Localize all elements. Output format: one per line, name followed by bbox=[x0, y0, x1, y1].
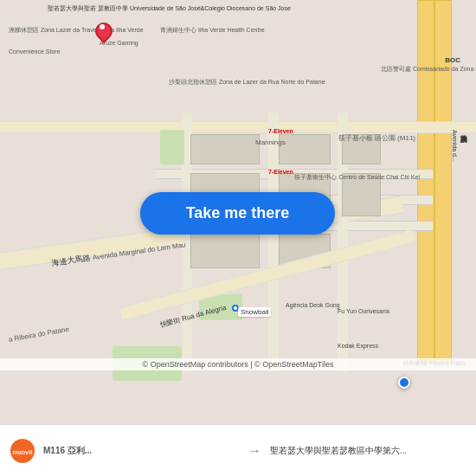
right-yellow-road2 bbox=[434, 0, 452, 363]
moovit-logo: moovit bbox=[10, 439, 35, 463]
road-right-label: 雅廉訪大馬路 Avenida d... bbox=[452, 130, 467, 162]
boc-label: BOC bbox=[445, 56, 460, 64]
chapas-label: 筷子基小板 區公園 (M11) bbox=[338, 134, 415, 143]
road-top-horizontal bbox=[0, 121, 476, 133]
bottom-to-text: 聖若瑟大學與聖若瑟教區中學第六... bbox=[270, 445, 466, 457]
snowball-label: Snowball bbox=[238, 307, 271, 317]
bottom-bar: moovit M116 亞利... → 聖若瑟大學與聖若瑟教區中學第六... bbox=[0, 424, 476, 476]
university-label: 聖若瑟大學與聖若 瑟教區中學 Universidade de São José&… bbox=[48, 4, 134, 12]
green-1 bbox=[160, 130, 184, 164]
convenience-label: Convenience Store bbox=[9, 48, 61, 55]
take-me-there-button[interactable]: Take me there bbox=[140, 192, 335, 235]
saude-label: 筷子基衛生中心 Centro de Saúde Chai Chi Kei bbox=[294, 173, 420, 181]
7eleven-2: 7-Eleven bbox=[268, 169, 293, 175]
fuyun-label: Fu Yun Ourivesaria bbox=[338, 307, 389, 315]
norte-comissariado-label: 北區警司處 Comissariado da Zona Norte bbox=[381, 65, 467, 73]
zona-lazer2-label: 洲梯休憩區 Zona Lazer da Travessa da Ilha Ver… bbox=[9, 26, 144, 34]
7eleven-1: 7-Eleven bbox=[268, 128, 293, 134]
map-container[interactable]: 海邊大馬路 Avenida Marginal do Lam Mau 快樂街 Ru… bbox=[0, 0, 476, 424]
bottom-from-text: M116 亞利... bbox=[43, 445, 239, 457]
bldg-2 bbox=[279, 134, 331, 164]
bldg-1 bbox=[190, 134, 260, 164]
bldg-7 bbox=[190, 234, 260, 268]
right-yellow-road bbox=[417, 0, 434, 363]
verde-health-label: 青洲婦生中心 Ilha Verde Health Centre bbox=[160, 26, 265, 34]
kodak-label: Kodak Express bbox=[338, 342, 378, 350]
agencia-label: Agência Deok Gong bbox=[286, 301, 340, 309]
bottom-arrow: → bbox=[248, 443, 261, 459]
mannings-label-1: Mannings bbox=[255, 138, 286, 146]
current-location-dot bbox=[398, 376, 410, 389]
zona-lazer-label: 沙梨頭北指休憩區 Zona de Lazer da Rua Norte do P… bbox=[169, 78, 325, 86]
map-attribution: © OpenStreetMap contributors | © OpenStr… bbox=[0, 358, 476, 370]
road-vert2 bbox=[268, 113, 279, 372]
svg-text:moovit: moovit bbox=[13, 449, 34, 455]
